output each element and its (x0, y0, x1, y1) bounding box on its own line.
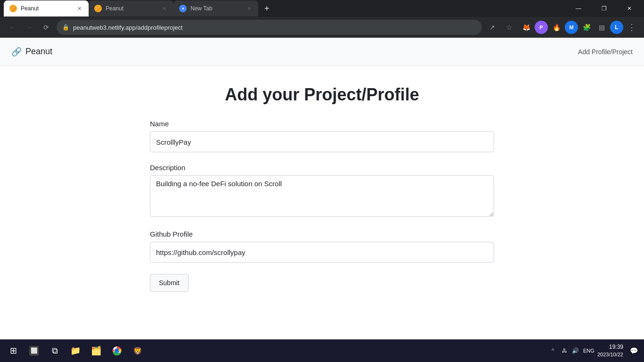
menu-button[interactable]: ⋮ (625, 21, 638, 34)
extension-icons: 🦊 P 🔥 M 🧩 ▤ L ⋮ (520, 21, 638, 34)
taskbar-explorer[interactable]: 🗂️ (87, 341, 106, 360)
tab-close-newtab[interactable]: ✕ (245, 5, 253, 12)
taskbar-search[interactable]: 🔲 (25, 341, 43, 360)
clock-time: 19:39 (597, 343, 623, 351)
forward-button[interactable]: → (23, 21, 36, 34)
address-text: peanutweb3.netlify.app/addprofileproject (73, 24, 476, 31)
taskbar: ⊞ 🔲 ⧉ 📁 🗂️ 🦁 ^ 🖧 🔊 ENG (0, 339, 644, 362)
taskbar-brave[interactable]: 🦁 (128, 341, 147, 360)
github-input[interactable] (150, 242, 494, 263)
window-controls: — ❐ ✕ (568, 0, 640, 17)
tab-new-tab[interactable]: ✦ New Tab ✕ (173, 0, 258, 16)
page-title: Add your Project/Profile (225, 85, 419, 105)
taskbar-files[interactable]: 📁 (66, 341, 85, 360)
tab-peanut-1[interactable]: 🥜 Peanut ✕ (4, 0, 89, 16)
svg-point-2 (116, 349, 119, 353)
description-textarea[interactable]: Building a no-fee DeFi solution on Scrol… (150, 175, 494, 217)
logo-icon: 🔗 (11, 47, 22, 57)
notification-button[interactable]: 💬 (627, 344, 640, 357)
tray-chevron[interactable]: ^ (548, 346, 558, 355)
ext-icon-fire[interactable]: 🔥 (550, 21, 563, 34)
logo-text: Peanut (25, 47, 52, 57)
name-form-group: Name (150, 120, 494, 152)
sidebar-toggle[interactable]: ▤ (595, 21, 608, 34)
clock-date: 2023/10/22 (597, 351, 623, 358)
github-label: Github Profile (150, 230, 494, 238)
tab-close-peanut-2[interactable]: ✕ (160, 5, 168, 12)
tab-label-newtab: New Tab (190, 5, 241, 12)
main-content: Add your Project/Profile Name Descriptio… (0, 66, 644, 339)
taskbar-chrome[interactable] (107, 341, 126, 360)
share-button[interactable]: ↗ (486, 21, 499, 34)
app-logo: 🔗 Peanut (11, 47, 52, 57)
tab-favicon-newtab: ✦ (179, 5, 187, 12)
ext-icon-puzzle[interactable]: 🧩 (580, 21, 593, 34)
ext-icon-p[interactable]: P (535, 21, 548, 34)
start-button[interactable]: ⊞ (4, 341, 23, 360)
lock-icon: 🔒 (62, 24, 69, 31)
metamask-icon[interactable]: 🦊 (520, 21, 533, 34)
name-label: Name (150, 120, 494, 128)
back-button[interactable]: ← (6, 21, 19, 34)
title-bar: 🥜 Peanut ✕ 🥜 Peanut ✕ ✦ New Tab ✕ + — ❐ … (0, 0, 644, 17)
tray-network[interactable]: 🖧 (560, 346, 569, 355)
close-button[interactable]: ✕ (619, 0, 640, 17)
address-input[interactable]: 🔒 peanutweb3.netlify.app/addprofileproje… (57, 20, 482, 35)
tray-volume[interactable]: 🔊 (571, 346, 580, 355)
app-header: 🔗 Peanut Add Profile/Project (0, 38, 644, 66)
header-nav: Add Profile/Project (578, 48, 633, 56)
windows-icon: ⊞ (10, 346, 17, 356)
profile-icon[interactable]: L (610, 21, 623, 34)
maximize-button[interactable]: ❐ (593, 0, 615, 17)
form-container: Name Description Building a no-fee DeFi … (150, 120, 494, 292)
ext-icon-m[interactable]: M (565, 21, 578, 34)
minimize-button[interactable]: — (568, 0, 589, 17)
taskbar-tray: ^ 🖧 🔊 ENG 19:39 2023/10/22 💬 (548, 343, 640, 358)
tab-label-peanut-1: Peanut (21, 5, 72, 12)
tray-icons: ^ 🖧 🔊 (548, 346, 580, 355)
tray-lang: ENG (584, 346, 594, 355)
description-form-group: Description Building a no-fee DeFi solut… (150, 164, 494, 219)
tab-label-peanut-2: Peanut (106, 5, 157, 12)
tab-favicon-peanut-1: 🥜 (9, 5, 17, 12)
address-bar: ← → ⟳ 🔒 peanutweb3.netlify.app/addprofil… (0, 17, 644, 38)
tab-peanut-2[interactable]: 🥜 Peanut ✕ (89, 0, 173, 16)
tab-close-peanut-1[interactable]: ✕ (75, 5, 83, 12)
description-label: Description (150, 164, 494, 172)
name-input[interactable] (150, 132, 494, 152)
bookmark-button[interactable]: ☆ (503, 21, 516, 34)
clock: 19:39 2023/10/22 (597, 343, 623, 358)
taskbar-task-view[interactable]: ⧉ (45, 341, 64, 360)
reload-button[interactable]: ⟳ (40, 21, 53, 34)
submit-button[interactable]: Submit (150, 274, 189, 292)
tab-favicon-peanut-2: 🥜 (94, 5, 102, 12)
page-content: 🔗 Peanut Add Profile/Project Add your Pr… (0, 38, 644, 339)
github-form-group: Github Profile (150, 230, 494, 263)
new-tab-button[interactable]: + (260, 2, 273, 15)
